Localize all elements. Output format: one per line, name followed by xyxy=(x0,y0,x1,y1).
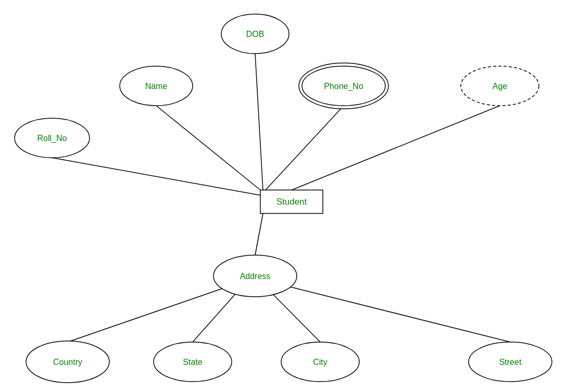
attr-address-label: Address xyxy=(240,272,271,281)
attr-city-label: City xyxy=(313,358,328,366)
connector xyxy=(52,158,260,195)
connector xyxy=(292,106,500,190)
attr-dob-label: DOB xyxy=(246,30,265,39)
entity-student-label: Student xyxy=(276,197,307,207)
attr-country-label: Country xyxy=(53,358,82,366)
connector xyxy=(266,106,344,190)
attr-name-label: Name xyxy=(145,82,168,91)
connector xyxy=(156,106,260,190)
connector xyxy=(284,285,510,342)
attr-street-label: Street xyxy=(499,358,522,366)
connector xyxy=(68,285,232,342)
connector xyxy=(255,213,263,255)
attr-age-label: Age xyxy=(493,82,508,91)
attr-roll_no-label: Roll_No xyxy=(37,134,67,143)
attr-state-label: State xyxy=(183,358,202,366)
attr-phone_no-label: Phone_No xyxy=(324,82,363,91)
er-diagram: StudentDOBNamePhone_NoAgeRoll_NoAddressC… xyxy=(0,0,579,392)
connector xyxy=(255,54,263,190)
